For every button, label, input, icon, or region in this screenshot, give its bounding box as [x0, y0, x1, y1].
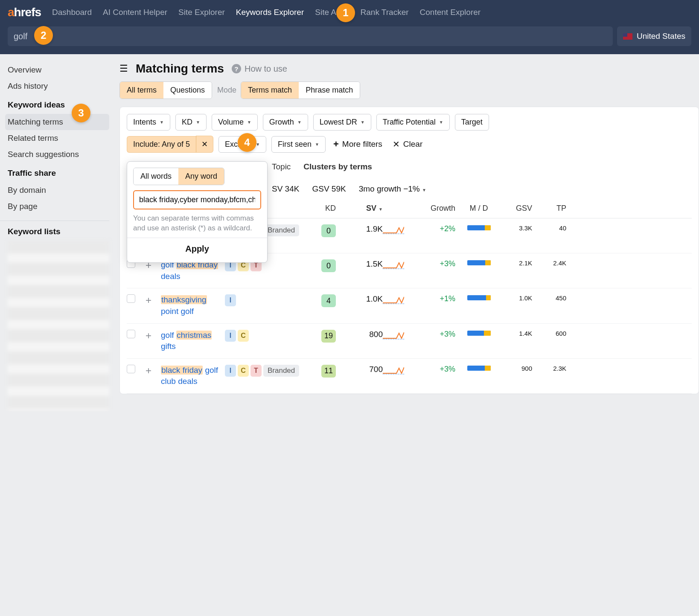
trend-sparkline	[383, 259, 413, 272]
sv-value: 1.5K	[366, 259, 383, 268]
chevron-down-icon: ▼	[297, 120, 302, 125]
toggle-phrase-match[interactable]: Phrase match	[299, 82, 360, 99]
stat-growth[interactable]: 3mo growth −1% ▼	[359, 184, 426, 194]
clear-filters-button[interactable]: ✕Clear	[390, 137, 425, 152]
nav-rank-tracker[interactable]: Rank Tracker	[361, 8, 409, 17]
topic-label[interactable]: Topic	[272, 162, 291, 171]
nav-keywords-explorer[interactable]: Keywords Explorer	[236, 8, 304, 17]
sidebar-item-related-terms[interactable]: Related terms	[8, 130, 109, 146]
tp-value: 450	[556, 294, 566, 302]
col-kd[interactable]: KD	[306, 204, 336, 213]
sidebar-item-overview[interactable]: Overview	[8, 62, 109, 78]
row-checkbox[interactable]	[127, 294, 135, 303]
growth-value: +3%	[440, 365, 455, 373]
nav-dashboard[interactable]: Dashboard	[52, 8, 92, 17]
table-row: +black friday golf club dealsICTBranded1…	[127, 359, 692, 394]
add-to-list-icon[interactable]: +	[146, 330, 151, 341]
country-name: United States	[637, 32, 685, 41]
chevron-down-icon: ▼	[439, 120, 443, 125]
tp-value: 2.3K	[553, 365, 566, 372]
tp-value: 600	[556, 330, 566, 337]
intent-tag-i: I	[225, 330, 236, 342]
sidebar-item-by-page[interactable]: By page	[8, 198, 109, 215]
sidebar-item-by-domain[interactable]: By domain	[8, 182, 109, 198]
include-filter-chip: Include: Any of 5 ✕	[127, 136, 213, 153]
col-md[interactable]: M / D	[455, 204, 494, 213]
filter-target[interactable]: Target	[455, 114, 489, 131]
include-chip-label[interactable]: Include: Any of 5	[127, 136, 196, 153]
toggle-all-terms[interactable]: All terms	[120, 82, 163, 99]
apply-button[interactable]: Apply	[127, 238, 267, 256]
toggle-any-word[interactable]: Any word	[178, 168, 224, 185]
keyword-link[interactable]: thanksgiving point golf	[161, 295, 207, 316]
md-bar	[467, 366, 491, 371]
sidebar-item-ads-history[interactable]: Ads history	[8, 78, 109, 94]
more-filters-button[interactable]: +More filters	[331, 136, 385, 152]
chevron-down-icon: ▼	[361, 120, 365, 125]
keyword-link[interactable]: golf black friday deals	[161, 260, 218, 281]
filter-growth[interactable]: Growth▼	[263, 114, 308, 131]
search-row: golf United States 2	[0, 24, 699, 54]
nav-site-explorer[interactable]: Site Explorer	[178, 8, 225, 17]
sidebar-item-search-suggestions[interactable]: Search suggestions	[8, 146, 109, 163]
filter-kd[interactable]: KD▼	[175, 114, 207, 131]
match-toggle: Terms match Phrase match	[241, 81, 360, 99]
tp-value: 40	[559, 224, 566, 232]
trend-sparkline	[383, 330, 413, 342]
table-row: +thanksgiving point golfI41.0K+1%1.0K450	[127, 288, 692, 323]
clusters-label[interactable]: Clusters by terms	[303, 162, 372, 171]
row-checkbox[interactable]	[127, 330, 135, 338]
tp-value: 2.4K	[553, 259, 566, 267]
nav-ai-content-helper[interactable]: AI Content Helper	[103, 8, 167, 17]
trend-sparkline	[383, 294, 413, 307]
toggle-questions[interactable]: Questions	[163, 82, 212, 99]
tag-branded: Branded	[263, 224, 299, 236]
nav-content-explorer[interactable]: Content Explorer	[420, 8, 481, 17]
filter-first-seen[interactable]: First seen▼	[271, 136, 326, 153]
close-icon: ✕	[393, 139, 400, 149]
keyword-search-input[interactable]: golf	[8, 26, 613, 46]
keyword-link[interactable]: golf christmas gifts	[161, 331, 212, 351]
terms-toggle: All terms Questions	[119, 81, 212, 99]
include-chip-remove[interactable]: ✕	[196, 136, 213, 153]
us-flag-icon	[623, 33, 632, 40]
col-tp[interactable]: TP	[532, 204, 566, 213]
how-to-use-link[interactable]: ? How to use	[232, 64, 287, 74]
sidebar-heading-keyword-lists: Keyword lists	[8, 227, 109, 236]
growth-value: +1%	[440, 294, 455, 303]
intent-tag-t: T	[250, 365, 262, 377]
logo: ahrefs	[8, 6, 41, 19]
sv-value: 700	[369, 365, 383, 374]
sort-desc-icon: ▼	[379, 207, 383, 212]
plus-icon: +	[333, 139, 339, 150]
filter-traffic-potential[interactable]: Traffic Potential▼	[376, 114, 450, 131]
sv-value: 1.0K	[366, 294, 383, 303]
tutorial-badge-2: 2	[34, 26, 53, 45]
gsv-value: 1.4K	[519, 330, 532, 337]
filter-lowest-dr[interactable]: Lowest DR▼	[313, 114, 371, 131]
chevron-down-icon: ▼	[247, 120, 251, 125]
tag-branded: Branded	[263, 365, 299, 377]
col-sv[interactable]: SV ▼	[336, 204, 383, 213]
toggle-terms-match[interactable]: Terms match	[241, 82, 299, 99]
sidebar-heading-keyword-ideas: Keyword ideas	[8, 100, 109, 110]
include-filter-popover: All words Any word You can separate term…	[127, 161, 268, 263]
menu-icon[interactable]: ☰	[119, 63, 128, 74]
include-terms-input[interactable]	[133, 190, 261, 209]
filter-volume[interactable]: Volume▼	[212, 114, 258, 131]
filter-intents[interactable]: Intents▼	[127, 114, 170, 131]
stat-sv: SV 34K	[272, 184, 299, 194]
add-to-list-icon[interactable]: +	[146, 365, 151, 376]
md-bar	[467, 295, 491, 300]
sidebar-item-matching-terms[interactable]: Matching terms	[5, 114, 109, 130]
keyword-link[interactable]: black friday golf club deals	[161, 366, 218, 386]
add-to-list-icon[interactable]: +	[146, 294, 151, 306]
country-select[interactable]: United States	[617, 26, 691, 46]
col-gsv[interactable]: GSV	[494, 204, 532, 213]
col-growth[interactable]: Growth	[413, 204, 455, 213]
toggle-all-words[interactable]: All words	[134, 168, 178, 185]
row-checkbox[interactable]	[127, 365, 135, 373]
growth-value: +3%	[440, 330, 455, 338]
gsv-value: 1.0K	[519, 294, 532, 302]
tutorial-badge-3: 3	[72, 104, 90, 122]
